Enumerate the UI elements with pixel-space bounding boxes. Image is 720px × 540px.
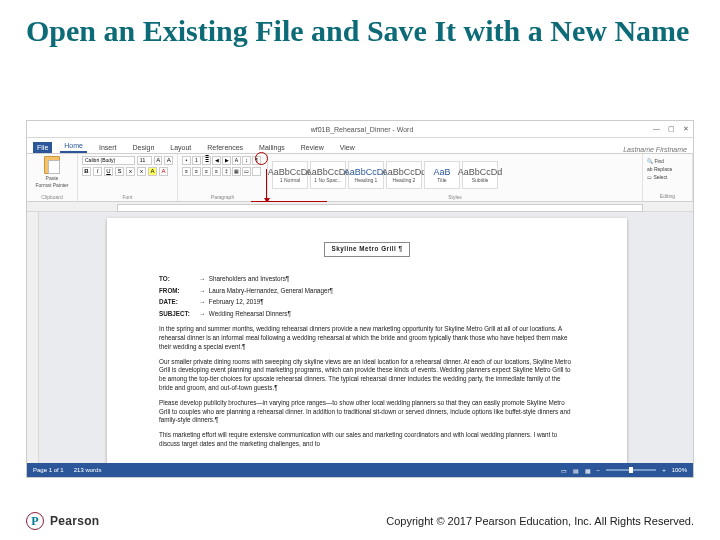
minimize-icon[interactable]: — [653, 125, 660, 133]
doc-title: wf01B_Rehearsal_Dinner - Word [71, 126, 653, 133]
multilevel-button[interactable]: ≣ [202, 156, 211, 165]
memo-from: Laura Mabry-Hernandez, General Manager¶ [209, 287, 333, 296]
tab-review[interactable]: Review [297, 142, 328, 153]
memo-date: February 12, 2019¶ [209, 298, 264, 307]
titlebar: wf01B_Rehearsal_Dinner - Word — ▢ ✕ [27, 121, 693, 138]
zoom-slider[interactable] [606, 469, 656, 471]
memo-subject-label: SUBJECT: [159, 310, 199, 319]
tab-references[interactable]: References [203, 142, 247, 153]
pearson-logo-icon: P [26, 512, 44, 530]
replace-button[interactable]: ab Replace [647, 165, 688, 173]
group-editing: Editing [647, 192, 688, 200]
tab-layout[interactable]: Layout [166, 142, 195, 153]
tab-mailings[interactable]: Mailings [255, 142, 289, 153]
sub-button[interactable]: x [126, 167, 135, 176]
highlight-button[interactable]: A [148, 167, 157, 176]
group-styles: Styles [272, 194, 638, 200]
memo-header: Skyline Metro Grill ¶ [324, 242, 409, 257]
find-button[interactable]: 🔍 Find [647, 157, 688, 165]
spare [252, 167, 261, 176]
zoom-in-button[interactable]: + [662, 467, 666, 473]
line-spacing-button[interactable]: ‡ [222, 167, 231, 176]
memo-date-label: DATE: [159, 298, 199, 307]
memo-subject: Wedding Rehearsal Dinners¶ [209, 310, 291, 319]
numbering-button[interactable]: 1 [192, 156, 201, 165]
ruler-horizontal [27, 202, 693, 212]
paste-icon[interactable] [44, 156, 60, 174]
document-page[interactable]: Skyline Metro Grill ¶ TO:→ Shareholders … [107, 218, 627, 464]
font-color-button[interactable]: A [159, 167, 168, 176]
pearson-brand: Pearson [50, 514, 99, 528]
group-font: Font [82, 194, 173, 200]
status-bar: Page 1 of 1 213 words ▭ ▤ ▦ − + 100% [27, 463, 693, 477]
align-left-button[interactable]: ≡ [182, 167, 191, 176]
status-page[interactable]: Page 1 of 1 [33, 467, 64, 473]
shading-button[interactable]: ▦ [232, 167, 241, 176]
borders-button[interactable]: ▭ [242, 167, 251, 176]
align-center-button[interactable]: ≡ [192, 167, 201, 176]
memo-p1: In the spring and summer months, wedding… [159, 325, 575, 351]
dec-indent-button[interactable]: ◀ [212, 156, 221, 165]
word-screenshot: wf01B_Rehearsal_Dinner - Word — ▢ ✕ File… [26, 120, 694, 478]
ruler-vertical [27, 212, 39, 464]
memo-p2: Our smaller private dining rooms with sw… [159, 358, 575, 393]
font-size-select[interactable]: 11 [137, 156, 152, 165]
maximize-icon[interactable]: ▢ [668, 125, 675, 133]
tab-design[interactable]: Design [128, 142, 158, 153]
inc-indent-button[interactable]: ▶ [222, 156, 231, 165]
format-painter[interactable]: Format Painter [35, 182, 68, 188]
zoom-level[interactable]: 100% [672, 467, 687, 473]
italic-button[interactable]: I [93, 167, 102, 176]
group-paragraph: Paragraph [182, 194, 263, 200]
sup-button[interactable]: x [137, 167, 146, 176]
select-button[interactable]: ▭ Select [647, 173, 688, 181]
memo-p3: Please develop publicity brochures—in va… [159, 399, 575, 425]
ribbon: Paste Format Painter Clipboard Calibri (… [27, 154, 693, 202]
close-icon[interactable]: ✕ [683, 125, 689, 133]
view-read-icon[interactable]: ▭ [561, 467, 567, 474]
slide-title: Open an Existing File and Save It with a… [26, 14, 694, 49]
memo-from-label: FROM: [159, 287, 199, 296]
status-words[interactable]: 213 words [74, 467, 102, 473]
style-heading1[interactable]: AaBbCcDdHeading 1 [348, 161, 384, 189]
tab-insert[interactable]: Insert [95, 142, 121, 153]
underline-button[interactable]: U [104, 167, 113, 176]
strike-button[interactable]: S [115, 167, 124, 176]
signin-name[interactable]: Lastname Firstname [623, 146, 687, 153]
style-subtitle[interactable]: AaBbCcDdSubtitle [462, 161, 498, 189]
ribbon-tabs: File Home Insert Design Layout Reference… [27, 138, 693, 154]
slide-footer: P Pearson Copyright © 2017 Pearson Educa… [26, 512, 694, 530]
grow-font[interactable]: A [154, 156, 163, 165]
style-heading2[interactable]: AaBbCcDdHeading 2 [386, 161, 422, 189]
memo-p4: This marketing effort will require exten… [159, 431, 575, 449]
view-print-icon[interactable]: ▤ [573, 467, 579, 474]
page-area: Skyline Metro Grill ¶ TO:→ Shareholders … [27, 212, 693, 464]
font-name-select[interactable]: Calibri (Body) [82, 156, 135, 165]
zoom-out-button[interactable]: − [597, 467, 601, 473]
paste-label: Paste [46, 175, 59, 181]
style-nospacing[interactable]: AaBbCcDd1 No Spac... [310, 161, 346, 189]
bold-button[interactable]: B [82, 167, 91, 176]
tab-view[interactable]: View [336, 142, 359, 153]
memo-to: Shareholders and Investors¶ [209, 275, 289, 284]
group-clipboard: Clipboard [31, 194, 73, 200]
style-normal[interactable]: AaBbCcDd1 Normal [272, 161, 308, 189]
spacing-button[interactable]: ↕ [242, 156, 251, 165]
tab-file[interactable]: File [33, 142, 52, 153]
style-title[interactable]: AaBTitle [424, 161, 460, 189]
align-right-button[interactable]: ≡ [202, 167, 211, 176]
justify-button[interactable]: ≡ [212, 167, 221, 176]
memo-to-label: TO: [159, 275, 199, 284]
copyright-text: Copyright © 2017 Pearson Education, Inc.… [386, 515, 694, 527]
sort-button[interactable]: A [232, 156, 241, 165]
shrink-font[interactable]: A [164, 156, 173, 165]
view-web-icon[interactable]: ▦ [585, 467, 591, 474]
arrow-showhide [266, 169, 267, 201]
bullets-button[interactable]: • [182, 156, 191, 165]
showhide-button[interactable]: ¶ [252, 156, 261, 165]
tab-home[interactable]: Home [60, 140, 87, 153]
